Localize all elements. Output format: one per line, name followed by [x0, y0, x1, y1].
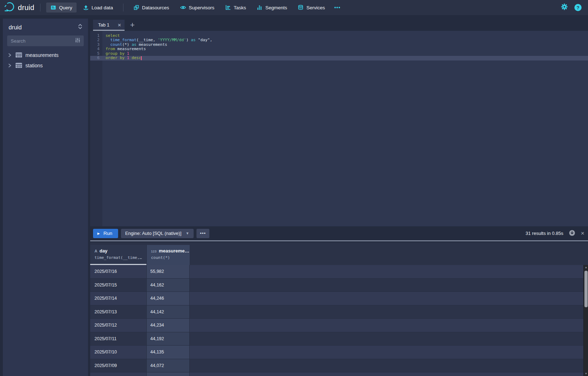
- tree-item-label: measurements: [25, 52, 59, 58]
- filter-icon[interactable]: [75, 38, 80, 44]
- double-caret-vertical-icon: [78, 24, 82, 31]
- scroll-up-icon[interactable]: ▲: [584, 266, 588, 269]
- cell-measurements[interactable]: 44,135: [147, 346, 190, 359]
- nav-item-supervisors[interactable]: Supervisors: [176, 3, 219, 13]
- nav-item-label: Supervisors: [189, 5, 214, 10]
- cell-measurements[interactable]: 55,982: [147, 265, 190, 278]
- close-results-icon[interactable]: ×: [581, 230, 584, 236]
- chevron-down-icon: ▼: [186, 231, 189, 235]
- chevron-right-icon[interactable]: [7, 53, 12, 58]
- nav-item-label: Tasks: [234, 5, 246, 10]
- results-panel: A day time_format(__time,… 123 measureme…: [90, 242, 588, 376]
- sql-editor[interactable]: 123456 select time_format(__time, 'YYYY/…: [90, 31, 588, 226]
- table-icon: [15, 63, 22, 68]
- brand[interactable]: druid: [4, 1, 34, 14]
- tree-item-label: stations: [25, 63, 43, 68]
- druid-logo-icon: [4, 1, 15, 14]
- cell-measurements[interactable]: 44,072: [147, 359, 190, 372]
- datasources-icon: [133, 5, 139, 10]
- add-tab-button[interactable]: +: [127, 20, 137, 30]
- cell-day[interactable]: 2025/07/13: [90, 305, 147, 319]
- scroll-down-icon[interactable]: ▼: [584, 372, 588, 375]
- tree-item-measurements[interactable]: measurements: [3, 50, 88, 60]
- cell-day[interactable]: 2025/07/11: [90, 332, 147, 346]
- schema-selector[interactable]: druid: [9, 22, 82, 32]
- nav-item-load-data[interactable]: Load data: [79, 3, 117, 13]
- cell-measurements[interactable]: 44,234: [147, 319, 190, 332]
- top-navbar: druid QueryLoad dataDatasourcesSuperviso…: [0, 0, 588, 15]
- run-button[interactable]: ▶ Run: [93, 229, 118, 238]
- supervisors-icon: [180, 5, 186, 10]
- services-icon: [298, 5, 303, 10]
- results-scrollbar[interactable]: ▲ ▼: [583, 265, 588, 376]
- table-row: 2025/07/1144,192: [90, 332, 583, 346]
- scrollbar-thumb[interactable]: [584, 271, 588, 307]
- cell-measurements[interactable]: 44,192: [147, 332, 190, 346]
- results-header: A day time_format(__time,… 123 measureme…: [90, 245, 190, 265]
- tab-bar: Tab 1 × +: [90, 15, 588, 31]
- nav-item-services[interactable]: Services: [293, 3, 329, 13]
- column-name: measureme…: [159, 248, 189, 254]
- query-more-button[interactable]: •••: [196, 229, 210, 238]
- tree-item-stations[interactable]: stations: [3, 60, 88, 71]
- nav-item-datasources[interactable]: Datasources: [129, 3, 174, 13]
- text-cursor: [141, 56, 142, 60]
- cell-day[interactable]: 2025/07/09: [90, 359, 147, 372]
- schema-selector-value: druid: [9, 24, 22, 31]
- nav-item-label: Services: [306, 5, 325, 10]
- run-bar: ▶ Run Engine: Auto [SQL (native)] ▼ ••• …: [90, 226, 588, 241]
- cell-day[interactable]: 2025/07/10: [90, 346, 147, 359]
- navbar-divider: [40, 4, 40, 11]
- tab-label: Tab 1: [98, 22, 110, 28]
- close-tab-icon[interactable]: ×: [118, 22, 121, 28]
- main-nav: QueryLoad dataDatasourcesSupervisorsTask…: [46, 3, 344, 13]
- column-name: day: [99, 248, 107, 254]
- table-row: 2025/07/1044,135: [90, 346, 583, 359]
- load-data-icon: [83, 5, 89, 10]
- search-box: [7, 35, 84, 46]
- cell-day[interactable]: 2025/07/15: [90, 279, 147, 292]
- query-view: Tab 1 × + 123456 select time_format(__ti…: [90, 15, 588, 376]
- settings-gear-icon[interactable]: [561, 3, 568, 12]
- tasks-icon: [225, 5, 231, 10]
- table-row: 2025/07/1444,246: [90, 292, 583, 305]
- column-expression: time_format(__time,…: [94, 255, 146, 260]
- search-input[interactable]: [11, 38, 75, 44]
- table-row-partial: [90, 372, 583, 376]
- table-row: 2025/07/0944,072: [90, 359, 583, 373]
- table-icon: [15, 52, 22, 58]
- cell-day[interactable]: 2025/07/16: [90, 265, 147, 278]
- engine-select[interactable]: Engine: Auto [SQL (native)] ▼: [121, 229, 194, 238]
- schema-sidebar: druid measurementsstations: [3, 19, 88, 376]
- chevron-right-icon[interactable]: [7, 63, 12, 68]
- line-numbers: 123456: [90, 34, 102, 60]
- help-icon[interactable]: ?: [574, 4, 582, 11]
- sql-code[interactable]: select time_format(__time, 'YYYY/MM/dd')…: [106, 34, 212, 60]
- tab-tab1[interactable]: Tab 1 ×: [93, 20, 125, 31]
- nav-item-segments[interactable]: Segments: [252, 3, 291, 13]
- string-type-icon: A: [94, 249, 97, 253]
- nav-item-query[interactable]: Query: [46, 3, 77, 13]
- table-row: 2025/07/1544,162: [90, 279, 583, 292]
- column-expression: count(*): [151, 255, 190, 260]
- nav-more-button[interactable]: •••: [331, 3, 344, 13]
- table-row: 2025/07/1244,234: [90, 319, 583, 332]
- results-summary: 31 results in 0.85s: [526, 231, 564, 236]
- column-header-day[interactable]: A day time_format(__time,…: [90, 245, 147, 265]
- download-icon[interactable]: [569, 230, 575, 237]
- cell-day[interactable]: 2025/07/12: [90, 319, 147, 332]
- table-row: 2025/07/1655,982: [90, 265, 583, 279]
- segments-icon: [257, 5, 262, 10]
- brand-name: druid: [18, 4, 34, 12]
- nav-item-label: Load data: [92, 5, 113, 10]
- nav-item-label: Segments: [265, 5, 287, 10]
- column-header-measurements[interactable]: 123 measureme… count(*): [147, 245, 190, 265]
- cell-day[interactable]: 2025/07/14: [90, 292, 147, 305]
- cell-measurements[interactable]: 44,246: [147, 292, 190, 305]
- play-icon: ▶: [97, 232, 100, 235]
- table-row: 2025/07/1344,142: [90, 305, 583, 319]
- nav-item-tasks[interactable]: Tasks: [221, 3, 251, 13]
- navbar-divider: [123, 4, 123, 11]
- cell-measurements[interactable]: 44,162: [147, 279, 190, 292]
- cell-measurements[interactable]: 44,142: [147, 305, 190, 319]
